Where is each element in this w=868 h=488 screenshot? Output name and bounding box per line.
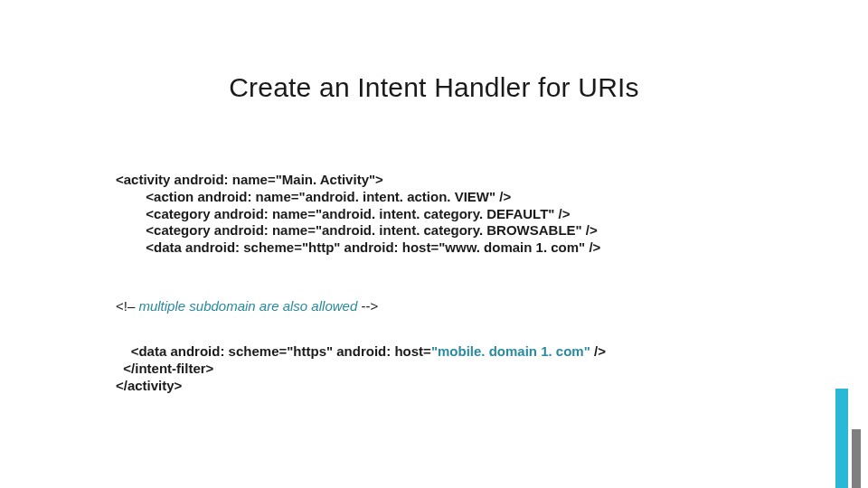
corner-accent xyxy=(819,389,868,488)
code-line: <data android: scheme="http" android: ho… xyxy=(116,239,600,255)
code-block-2: <data android: scheme="https" android: h… xyxy=(116,343,787,394)
accent-bar-cyan xyxy=(835,389,848,488)
comment-text: multiple subdomain are also allowed xyxy=(138,298,361,314)
code-line: <category android: name="android. intent… xyxy=(116,222,598,238)
code-block-1: <activity android: name="Main. Activity"… xyxy=(116,172,787,257)
code-highlight: "mobile. domain 1. com" xyxy=(431,343,590,359)
slide: Create an Intent Handler for URIs <activ… xyxy=(0,0,868,488)
code-line: </activity> xyxy=(116,378,182,393)
slide-title: Create an Intent Handler for URIs xyxy=(0,72,868,103)
code-line: <data android: scheme="https" android: h… xyxy=(116,343,431,359)
comment-suffix: --> xyxy=(361,298,378,314)
code-line: /> xyxy=(590,343,606,359)
code-line: <activity android: name="Main. Activity"… xyxy=(116,172,383,187)
comment-line: <!– multiple subdomain are also allowed … xyxy=(116,298,378,314)
code-line: <category android: name="android. intent… xyxy=(116,206,571,221)
comment-prefix: <!– xyxy=(116,298,138,314)
code-line: </intent-filter> xyxy=(116,361,213,376)
code-line: <action android: name="android. intent. … xyxy=(116,189,511,204)
accent-bar-gray xyxy=(852,429,861,488)
